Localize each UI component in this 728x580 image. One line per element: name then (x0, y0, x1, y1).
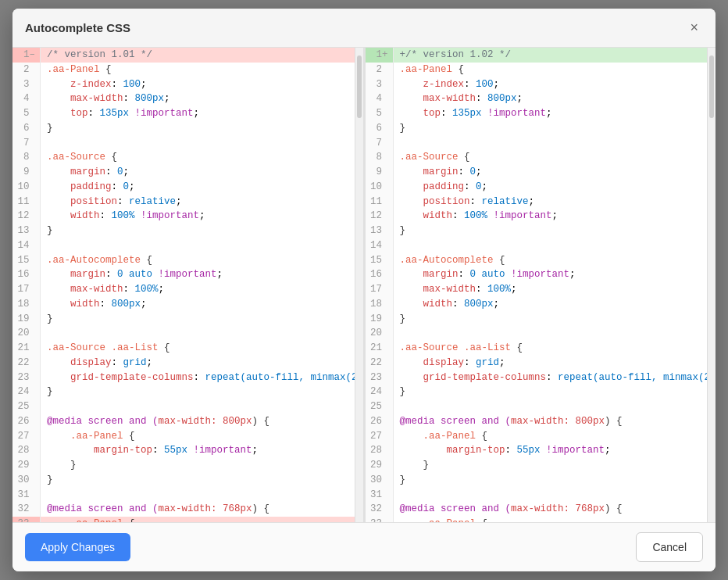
line-number: 5 (12, 106, 41, 121)
line-number: 10 (12, 180, 41, 195)
apply-changes-button[interactable]: Apply Changes (25, 533, 130, 561)
table-row: 21 .aa-Source .aa-List { (12, 341, 355, 356)
table-row: 29 } (366, 458, 708, 473)
modal-dialog: Autocomplete CSS × 1–/* version 1.01 */2… (12, 9, 716, 571)
line-content: .aa-Panel { (41, 517, 355, 522)
table-row: 24 } (12, 385, 355, 399)
table-row: 13 } (12, 224, 355, 238)
line-content: .aa-Source { (394, 150, 708, 165)
line-number: 32 (366, 502, 394, 517)
table-row: 1–/* version 1.01 */ (12, 48, 355, 63)
line-content (394, 488, 708, 503)
line-content: } (41, 224, 355, 238)
line-number: 28 (12, 443, 41, 458)
table-row: 18 width: 800px; (366, 297, 708, 312)
table-row: 28 margin-top: 55px !important; (12, 443, 355, 458)
line-content: .aa-Source .aa-List { (394, 341, 708, 356)
line-content: margin-top: 55px !important; (41, 443, 355, 458)
table-row: 5 top: 135px !important; (366, 106, 708, 121)
line-number: 2 (12, 63, 41, 77)
table-row: 10 padding: 0; (366, 180, 708, 195)
line-content: margin: 0; (41, 165, 355, 180)
line-content: .aa-Autocomplete { (41, 253, 355, 268)
line-content: } (394, 224, 708, 238)
line-number: 13 (366, 224, 394, 238)
line-number: 18 (12, 297, 41, 312)
table-row: 16 margin: 0 auto !important; (366, 267, 708, 282)
table-row: 14 (366, 238, 708, 253)
line-content: } (394, 385, 708, 399)
line-content: margin: 0 auto !important; (394, 267, 708, 282)
line-content (394, 238, 708, 253)
line-number: 20 (12, 326, 41, 341)
line-content: .aa-Panel { (41, 63, 355, 77)
line-content: grid-template-columns: repeat(auto-fill,… (41, 371, 355, 385)
table-row: 9 margin: 0; (12, 165, 355, 180)
table-row: 8 .aa-Source { (12, 150, 355, 165)
line-number: 8 (12, 150, 41, 165)
table-row: 16 margin: 0 auto !important; (12, 267, 355, 282)
line-number: 14 (12, 238, 41, 253)
table-row: 30 } (12, 473, 355, 488)
table-row: 5 top: 135px !important; (12, 106, 355, 121)
table-row: 2 .aa-Panel { (366, 63, 708, 77)
table-row: 18 width: 800px; (12, 297, 355, 312)
table-row: 17 max-width: 100%; (12, 282, 355, 297)
table-row: 26 @media screen and (max-width: 800px) … (12, 414, 355, 429)
line-content: } (41, 312, 355, 327)
line-number: 4 (12, 91, 41, 106)
table-row: 7 (366, 136, 708, 151)
table-row: 11 position: relative; (12, 195, 355, 209)
line-content: position: relative; (41, 195, 355, 209)
line-content (41, 238, 355, 253)
modal-footer: Apply Changes Cancel (12, 522, 716, 571)
line-number: 30 (12, 473, 41, 488)
line-content: margin: 0; (394, 165, 708, 180)
right-scrollbar[interactable] (708, 48, 716, 522)
table-row: 15 .aa-Autocomplete { (12, 253, 355, 268)
line-content: margin-top: 55px !important; (394, 443, 708, 458)
diff-wrapper: 1–/* version 1.01 */2 .aa-Panel {3 z-ind… (12, 48, 716, 522)
right-scrollbar-thumb[interactable] (709, 55, 714, 118)
close-button[interactable]: × (685, 18, 703, 38)
line-number: 23 (366, 371, 394, 385)
table-row: 20 (366, 326, 708, 341)
left-scrollbar[interactable] (355, 48, 363, 522)
line-content: .aa-Autocomplete { (394, 253, 708, 268)
line-content: width: 100% !important; (41, 209, 355, 224)
line-number: 2 (366, 63, 394, 77)
line-number: 33 (366, 517, 394, 522)
table-row: 33 .aa-Panel { (366, 517, 708, 522)
left-diff-pane[interactable]: 1–/* version 1.01 */2 .aa-Panel {3 z-ind… (12, 48, 355, 522)
table-row: 3 z-index: 100; (366, 77, 708, 92)
line-content: width: 800px; (41, 297, 355, 312)
line-number: 10 (366, 180, 394, 195)
line-content: max-width: 100%; (41, 282, 355, 297)
table-row: 11 position: relative; (366, 195, 708, 209)
table-row: 27 .aa-Panel { (366, 429, 708, 444)
line-number: 9 (12, 165, 41, 180)
left-scrollbar-thumb[interactable] (357, 55, 362, 118)
line-number: 7 (366, 136, 394, 151)
line-number: 17 (366, 282, 394, 297)
line-content (394, 136, 708, 151)
table-row: 15 .aa-Autocomplete { (366, 253, 708, 268)
line-content: } (41, 121, 355, 136)
cancel-button[interactable]: Cancel (636, 532, 703, 562)
line-content: .aa-Panel { (41, 429, 355, 444)
line-content: .aa-Panel { (394, 517, 708, 522)
modal-header: Autocomplete CSS × (12, 9, 716, 48)
table-row: 12 width: 100% !important; (12, 209, 355, 224)
table-row: 14 (12, 238, 355, 253)
line-number: 30 (366, 473, 394, 488)
right-diff-pane[interactable]: 1++/* version 1.02 */2 .aa-Panel {3 z-in… (366, 48, 708, 522)
table-row: 17 max-width: 100%; (366, 282, 708, 297)
table-row: 6 } (366, 121, 708, 136)
table-row: 4 max-width: 800px; (12, 91, 355, 106)
table-row: 22 display: grid; (12, 356, 355, 371)
table-row: 19 } (366, 312, 708, 327)
table-row: 25 (12, 399, 355, 414)
line-number: 9 (366, 165, 394, 180)
line-content: top: 135px !important; (394, 106, 708, 121)
line-number: 23 (12, 371, 41, 385)
